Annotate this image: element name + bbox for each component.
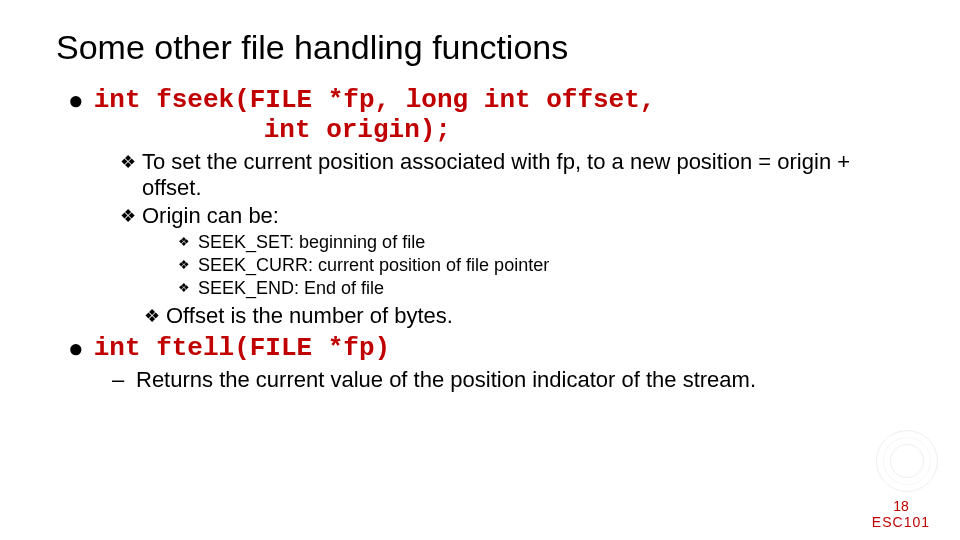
disc-bullet-icon: ● [68, 333, 84, 363]
institute-logo [876, 430, 938, 492]
diamond-bullet-icon: ❖ [120, 203, 136, 229]
bullet-ftell: ● int ftell(FILE *fp) [68, 333, 904, 363]
small-diamond-bullet-icon: ❖ [178, 231, 190, 253]
offset-note-text: Offset is the number of bytes. [166, 303, 904, 329]
bullet-origin-label: ❖ Origin can be: [120, 203, 904, 229]
origin-label-text: Origin can be: [142, 203, 904, 229]
seek-set-text: SEEK_SET: beginning of file [198, 231, 904, 253]
bullet-seek-curr: ❖ SEEK_CURR: current position of file po… [178, 254, 904, 276]
seek-curr-text: SEEK_CURR: current position of file poin… [198, 254, 904, 276]
bullet-ftell-desc: – Returns the current value of the posit… [112, 367, 904, 393]
small-diamond-bullet-icon: ❖ [178, 277, 190, 299]
page-number: 18 [872, 498, 930, 514]
bullet-seek-set: ❖ SEEK_SET: beginning of file [178, 231, 904, 253]
small-diamond-bullet-icon: ❖ [178, 254, 190, 276]
bullet-fseek-desc: ❖ To set the current position associated… [120, 149, 904, 201]
bullet-seek-end: ❖ SEEK_END: End of file [178, 277, 904, 299]
course-code: ESC101 [872, 514, 930, 530]
bullet-offset-note: ❖ Offset is the number of bytes. [144, 303, 904, 329]
ftell-signature: int ftell(FILE *fp) [94, 333, 904, 363]
diamond-bullet-icon: ❖ [120, 149, 136, 175]
slide-title: Some other file handling functions [56, 28, 904, 67]
ftell-desc-text: Returns the current value of the positio… [136, 367, 904, 393]
bullet-fseek: ● int fseek(FILE *fp, long int offset, i… [68, 85, 904, 145]
slide-footer: 18 ESC101 [872, 498, 930, 530]
fseek-signature: int fseek(FILE *fp, long int offset, int… [94, 85, 904, 145]
diamond-bullet-icon: ❖ [144, 303, 160, 329]
seek-end-text: SEEK_END: End of file [198, 277, 904, 299]
dash-bullet-icon: – [112, 367, 126, 393]
disc-bullet-icon: ● [68, 85, 84, 115]
fseek-desc-text: To set the current position associated w… [142, 149, 904, 201]
